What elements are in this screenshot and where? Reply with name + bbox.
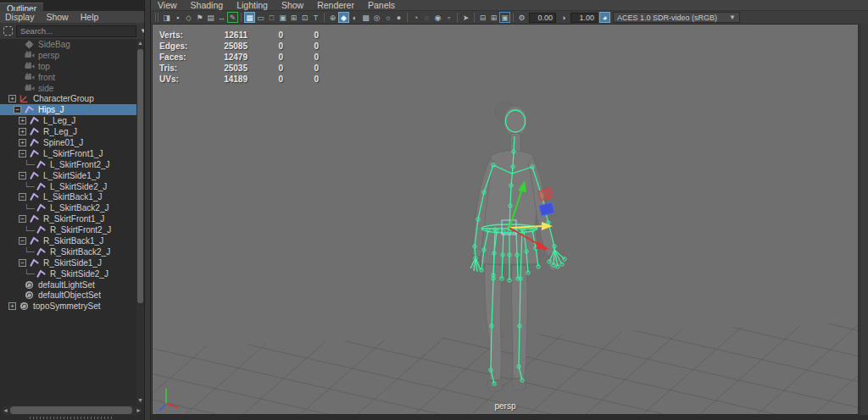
film-gate-icon[interactable]: ▭ xyxy=(255,12,266,23)
isolate-select-icon[interactable]: ➤ xyxy=(460,12,471,23)
lock-camera-icon[interactable]: ▪ xyxy=(172,12,183,23)
snapshot-icon[interactable]: ⊟ xyxy=(477,12,488,23)
outliner-item-CharacterGroup[interactable]: +CharacterGroup xyxy=(0,93,136,104)
panel-splitter[interactable] xyxy=(144,0,151,420)
panel-resize-grip[interactable] xyxy=(30,417,114,419)
wireframe-on-shaded-icon[interactable]: ◐ xyxy=(349,12,360,23)
collapse-toggle[interactable]: − xyxy=(19,237,26,245)
viewport-3d-canvas[interactable]: Verts:1261100Edges:2508500Faces:1247900T… xyxy=(152,24,859,415)
outliner-item-L_SkirtBack1_J[interactable]: −L_SkirtBack1_J xyxy=(0,191,136,202)
motion-blur-icon[interactable]: ◌ xyxy=(421,12,432,23)
gate-mask-icon[interactable]: ▣ xyxy=(277,12,288,23)
outliner-item-L_SkirtSide1_J[interactable]: −L_SkirtSide1_J xyxy=(0,170,136,181)
vertical-scroll-thumb[interactable] xyxy=(137,49,143,303)
joint-icon xyxy=(24,105,35,114)
occlusion-icon[interactable]: ◔ xyxy=(410,12,421,23)
outliner-item-L_SkirtSide2_J[interactable]: └─L_SkirtSide2_J xyxy=(0,181,136,192)
outliner-item-Spine01_J[interactable]: +Spine01_J xyxy=(0,137,136,148)
poly-count-hud: Verts:1261100Edges:2508500Faces:1247900T… xyxy=(159,30,319,85)
outliner-item-R_SkirtBack1_J[interactable]: −R_SkirtBack1_J xyxy=(0,235,136,246)
outliner-item-L_SkirtBack2_J[interactable]: └─L_SkirtBack2_J xyxy=(0,202,136,213)
safe-action-icon[interactable]: ⊡ xyxy=(299,12,310,23)
shadows-icon[interactable]: ● xyxy=(393,12,404,23)
select-camera-icon[interactable]: ◨ xyxy=(161,12,172,23)
menu-lighting[interactable]: Lighting xyxy=(236,0,268,10)
collapse-toggle[interactable]: − xyxy=(19,259,26,267)
menu-view[interactable]: View xyxy=(158,0,177,10)
grid-icon[interactable]: ▦ xyxy=(244,12,255,23)
scroll-down-icon[interactable]: ▼ xyxy=(136,396,144,405)
outliner-item-R_Leg_J[interactable]: +R_Leg_J xyxy=(0,126,136,137)
outliner-item-L_SkirtFront2_J[interactable]: └─L_SkirtFront2_J xyxy=(0,159,136,170)
menu-panels[interactable]: Panels xyxy=(368,0,395,10)
toolbar-grip[interactable] xyxy=(155,13,159,22)
menu-shading[interactable]: Shading xyxy=(191,0,224,10)
scroll-up-icon[interactable]: ▲ xyxy=(136,39,144,47)
collapse-toggle[interactable]: − xyxy=(19,150,26,158)
collapse-toggle[interactable]: − xyxy=(19,193,26,201)
collapse-toggle[interactable]: − xyxy=(14,106,21,113)
view-transform-toggle-icon[interactable]: ◕ xyxy=(599,12,610,23)
search-input[interactable] xyxy=(16,25,136,37)
outliner-horizontal-scrollbar[interactable]: ◄ ► xyxy=(2,406,142,415)
menu-display[interactable]: Display xyxy=(5,12,34,22)
menu-renderer[interactable]: Renderer xyxy=(317,0,354,10)
use-default-material-icon[interactable]: ◎ xyxy=(371,12,382,23)
bookmarks-icon[interactable]: ⚑ xyxy=(194,12,205,23)
camera-attributes-icon[interactable]: ◇ xyxy=(183,12,194,23)
outliner-item-persp[interactable]: persp xyxy=(0,50,136,61)
outliner-item-R_SkirtFront1_J[interactable]: −R_SkirtFront1_J xyxy=(0,213,136,224)
textured-icon[interactable]: ▩ xyxy=(360,12,371,23)
outliner-item-L_Leg_J[interactable]: +L_Leg_J xyxy=(0,115,136,126)
outliner-item-R_SkirtSide2_J[interactable]: └─R_SkirtSide2_J xyxy=(0,268,136,279)
depth-of-field-icon[interactable]: ◉ xyxy=(432,12,443,23)
outliner-item-top[interactable]: top xyxy=(0,61,136,72)
outliner-item-R_SkirtBack2_J[interactable]: └─R_SkirtBack2_J xyxy=(0,246,136,257)
outliner-item-L_SkirtFront1_J[interactable]: −L_SkirtFront1_J xyxy=(0,148,136,159)
exposure-field[interactable]: 0.00 xyxy=(529,13,556,23)
exposure-icon[interactable]: ⚙ xyxy=(516,12,527,23)
outliner-item-side[interactable]: side xyxy=(0,83,136,94)
smooth-shade-all-icon[interactable]: ◆ xyxy=(338,12,349,23)
collapse-toggle[interactable]: − xyxy=(19,172,26,180)
multi-snapshot-icon[interactable]: ⊞ xyxy=(488,12,499,23)
outliner-item-topoSymmetrySet[interactable]: +topoSymmetrySet xyxy=(0,301,136,312)
menu-show[interactable]: Show xyxy=(46,12,68,22)
set-icon xyxy=(19,301,30,311)
field-chart-icon[interactable]: ⊞ xyxy=(288,12,299,23)
hud-v2: 0 xyxy=(248,52,283,62)
scene-render-view-icon[interactable]: ▣ xyxy=(499,12,510,23)
menu-show[interactable]: Show xyxy=(281,0,303,10)
expand-toggle[interactable]: + xyxy=(19,117,26,124)
outliner-item-R_SkirtFront2_J[interactable]: └─R_SkirtFront2_J xyxy=(0,224,136,235)
select-items-icon[interactable] xyxy=(3,26,13,36)
resolution-gate-icon[interactable]: □ xyxy=(266,12,277,23)
collapse-toggle[interactable]: − xyxy=(19,215,26,223)
scroll-right-icon[interactable]: ► xyxy=(135,406,142,415)
grease-pencil-icon[interactable]: ✎ xyxy=(227,12,238,23)
scroll-left-icon[interactable]: ◄ xyxy=(2,406,9,415)
color-space-dropdown[interactable]: ACES 1.0 SDR-video (sRGB)▼ xyxy=(613,12,740,23)
outliner-item-Hips_J[interactable]: −Hips_J xyxy=(0,104,136,115)
menu-help[interactable]: Help xyxy=(81,12,99,22)
image-plane-icon[interactable]: ▤ xyxy=(205,12,216,23)
lighting-icon[interactable]: ☼ xyxy=(382,12,393,23)
hud-row-faces: Faces:1247900 xyxy=(159,52,319,63)
wireframe-icon[interactable]: ⊕ xyxy=(327,12,338,23)
gamma-icon[interactable]: ◑ xyxy=(558,12,569,23)
outliner-item-front[interactable]: front xyxy=(0,72,136,83)
expand-toggle[interactable]: + xyxy=(19,128,26,135)
multisample-aa-icon[interactable]: ▫ xyxy=(443,12,454,23)
expand-toggle[interactable]: + xyxy=(19,139,26,146)
expand-toggle[interactable]: + xyxy=(8,302,16,310)
outliner-item-R_SkirtSide1_J[interactable]: −R_SkirtSide1_J xyxy=(0,257,136,268)
outliner-item-defaultLightSet[interactable]: defaultLightSet xyxy=(0,279,136,290)
gamma-field[interactable]: 1.00 xyxy=(570,13,598,23)
outliner-item-SideBag[interactable]: SideBag xyxy=(0,39,136,50)
safe-title-icon[interactable]: T xyxy=(310,12,321,23)
expand-toggle[interactable]: + xyxy=(8,95,16,102)
two-d-pan-zoom-icon[interactable]: ↔ xyxy=(216,12,227,23)
horizontal-scroll-thumb[interactable] xyxy=(10,406,132,414)
outliner-vertical-scrollbar[interactable]: ▲ ▼ xyxy=(136,39,144,405)
outliner-item-defaultObjectSet[interactable]: defaultObjectSet xyxy=(0,290,136,301)
